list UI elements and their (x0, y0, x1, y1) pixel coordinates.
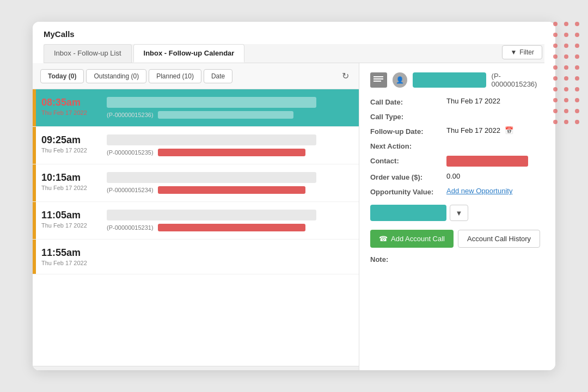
calendar-icon[interactable]: 📅 (505, 126, 513, 134)
calls-list: 08:35am Thu Feb 17 2022 (P-00000015236) (33, 89, 359, 366)
call-name-bar (107, 210, 316, 220)
call-content: (P-00000015236) (101, 89, 359, 126)
filter-bar: Today (0) Outstanding (0) Planned (10) D… (33, 63, 359, 89)
refresh-button[interactable]: ↻ (340, 69, 351, 83)
action-teal-button[interactable] (370, 205, 446, 221)
horizontal-scrollbar[interactable] (33, 366, 359, 370)
account-icon (370, 72, 387, 88)
contact-value (446, 156, 544, 167)
detail-grid: Call Date: Thu Feb 17 2022 Call Type: Fo… (370, 97, 544, 196)
call-id: (P-00000015236) (107, 112, 154, 118)
filter-outstanding[interactable]: Outstanding (0) (86, 69, 146, 83)
content-area: Today (0) Outstanding (0) Planned (10) D… (33, 63, 555, 370)
account-call-history-button[interactable]: Account Call History (458, 230, 540, 248)
call-sub-bar (158, 111, 293, 119)
call-content: (P-00000015234) (101, 164, 359, 201)
call-date: Thu Feb 17 2022 (41, 185, 96, 191)
call-tag-bar (158, 186, 306, 194)
call-time: 10:15am (41, 172, 96, 183)
next-action-label: Next Action: (370, 141, 446, 150)
filter-date[interactable]: Date (204, 69, 232, 83)
call-id: (P-00000015235) (107, 149, 154, 156)
order-value-label: Order value ($): (370, 172, 446, 181)
main-card: MyCalls Inbox - Follow-up List Inbox - F… (33, 22, 555, 370)
filter-today[interactable]: Today (0) (40, 69, 84, 83)
add-account-call-button[interactable]: ☎ Add Account Call (370, 230, 454, 248)
call-content: (P-00000015235) (101, 127, 359, 164)
call-time-section: 10:15am Thu Feb 17 2022 (36, 164, 101, 201)
call-time: 11:05am (41, 210, 96, 221)
left-panel: Today (0) Outstanding (0) Planned (10) D… (33, 63, 359, 370)
note-section: Note: (370, 255, 544, 264)
contact-label: Contact: (370, 156, 446, 167)
call-id: (P-00000015231) (107, 224, 154, 231)
call-date: Thu Feb 17 2022 (41, 147, 96, 154)
note-label: Note: (370, 255, 544, 264)
svg-rect-2 (373, 81, 381, 82)
right-panel: 👤 (P-00000015236) Call Date: Thu Feb 17 … (359, 63, 555, 370)
call-time-section: 08:35am Thu Feb 17 2022 (36, 89, 101, 126)
call-name-bar (107, 97, 316, 108)
call-time: 11:55am (41, 247, 96, 259)
followup-date-value: Thu Feb 17 2022 📅 (446, 126, 544, 136)
call-date-label: Call Date: (370, 97, 446, 106)
opportunity-label: Opportunity Value: (370, 187, 446, 196)
next-action-value (446, 141, 544, 150)
tabs-row: Inbox - Follow-up List Inbox - Follow-up… (44, 44, 544, 63)
call-item[interactable]: 10:15am Thu Feb 17 2022 (P-00000015234) (33, 164, 359, 202)
svg-rect-0 (373, 76, 383, 77)
svg-rect-1 (373, 78, 383, 79)
call-tag-bar (158, 149, 306, 156)
contact-bar (446, 156, 528, 167)
call-date: Thu Feb 17 2022 (41, 109, 96, 116)
call-item[interactable]: 09:25am Thu Feb 17 2022 (P-00000015235) (33, 127, 359, 164)
dropdown-arrow-icon: ▼ (456, 209, 463, 217)
filter-planned[interactable]: Planned (10) (149, 69, 201, 83)
call-time-section: 09:25am Thu Feb 17 2022 (36, 127, 101, 164)
dropdown-arrow-button[interactable]: ▼ (450, 205, 468, 221)
action-dropdown: ▼ (370, 205, 544, 221)
tab-follow-up-calendar[interactable]: Inbox - Follow-up Calendar (133, 44, 245, 63)
call-item[interactable]: 11:55am Thu Feb 17 2022 (33, 240, 359, 274)
call-name-bar (107, 172, 316, 183)
person-icon: 👤 (393, 72, 407, 88)
account-id-display: (P-00000015236) (492, 72, 544, 88)
call-content: (P-00000015231) (101, 202, 359, 239)
call-type-label: Call Type: (370, 112, 446, 121)
call-item[interactable]: 08:35am Thu Feb 17 2022 (P-00000015236) (33, 89, 359, 127)
right-detail-header: 👤 (P-00000015236) (370, 72, 544, 88)
call-date: Thu Feb 17 2022 (41, 260, 96, 266)
call-id: (P-00000015234) (107, 187, 154, 193)
call-time: 08:35am (41, 97, 96, 108)
app-title: MyCalls (44, 29, 544, 39)
tab-follow-up-list[interactable]: Inbox - Follow-up List (44, 44, 132, 63)
call-item[interactable]: 11:05am Thu Feb 17 2022 (P-00000015231) (33, 202, 359, 240)
phone-icon: ☎ (379, 235, 388, 243)
opportunity-link[interactable]: Add new Opportunity (446, 187, 544, 196)
filter-btn-group: Today (0) Outstanding (0) Planned (10) D… (40, 69, 336, 83)
call-date-value: Thu Feb 17 2022 (446, 97, 544, 106)
order-value: 0.00 (446, 172, 544, 181)
filter-icon: ▼ (510, 48, 517, 56)
name-bar-right (413, 72, 486, 88)
followup-date-label: Follow-up Date: (370, 126, 446, 136)
bottom-buttons: ☎ Add Account Call Account Call History (370, 230, 544, 248)
call-content (101, 240, 359, 274)
call-tag-bar (158, 224, 306, 231)
call-date: Thu Feb 17 2022 (41, 222, 96, 229)
filter-button[interactable]: ▼ Filter (502, 45, 542, 59)
call-time-section: 11:55am Thu Feb 17 2022 (36, 240, 101, 274)
call-time: 09:25am (41, 134, 96, 146)
call-time-section: 11:05am Thu Feb 17 2022 (36, 202, 101, 239)
app-header: MyCalls Inbox - Follow-up List Inbox - F… (33, 22, 555, 63)
call-name-bar (107, 134, 316, 145)
dot-decoration (553, 22, 583, 127)
call-type-value (446, 112, 544, 121)
